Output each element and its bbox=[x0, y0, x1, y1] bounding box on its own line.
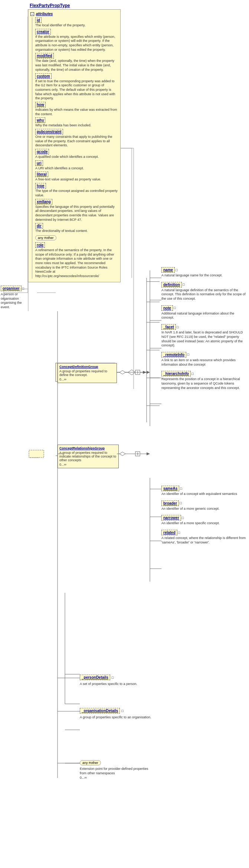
concept-name-elem[interactable]: name bbox=[161, 267, 175, 273]
definition-icon: □ bbox=[183, 283, 184, 286]
org-details-elem[interactable]: _organisationDetails bbox=[80, 708, 120, 714]
concept-related-desc: A related concept, where the relationshi… bbox=[161, 536, 247, 545]
attr-how-desc: Indicates by which means the value was e… bbox=[35, 108, 118, 116]
organiser-icon: □ bbox=[22, 287, 24, 290]
attributes-header: − attributes bbox=[30, 12, 118, 16]
concept-definition-group: ConceptDefinitionGroup A group of proper… bbox=[58, 363, 117, 383]
concept-note-desc: Additional natural language information … bbox=[161, 312, 247, 320]
org-details-desc-container: A group of properties specific to an org… bbox=[80, 715, 154, 720]
attr-modified-desc: The date (and, optionally, the time) whe… bbox=[35, 59, 118, 72]
concept-rel-group-title[interactable]: ConceptRelationshipsGroup bbox=[59, 446, 117, 450]
concept-rel-group-desc: A group of properties required to indica… bbox=[59, 451, 117, 462]
any-other-bottom: any #other Extension point for provider-… bbox=[80, 759, 154, 780]
any-other-pill: any #other bbox=[35, 235, 56, 240]
page-title: FlexPartyPropType bbox=[30, 3, 70, 8]
concept-hierarchyinfo-desc: Represents the position of a concept in … bbox=[161, 377, 247, 390]
concept-definition-elem[interactable]: definition bbox=[161, 282, 182, 287]
concept-facet-elem[interactable]: _facet bbox=[161, 324, 176, 330]
concept-rel-group-range: 0...∞ bbox=[59, 463, 117, 466]
attr-pubconstraint-name[interactable]: pubconstraint bbox=[35, 129, 63, 134]
concept-related-elem[interactable]: related bbox=[161, 530, 177, 535]
attr-custom-name[interactable]: custom bbox=[35, 73, 52, 79]
concept-broader-elem[interactable]: broader bbox=[161, 500, 179, 506]
attr-qcode-name[interactable]: qcode bbox=[35, 149, 49, 154]
person-details-icon: □ bbox=[112, 676, 114, 679]
person-details-row: _personDetails □ bbox=[80, 674, 154, 681]
attr-custom-desc: If set to true the corresponding propert… bbox=[35, 79, 118, 101]
concept-remoteinfo-elem[interactable]: _remoteInfo bbox=[161, 352, 186, 357]
svg-marker-7 bbox=[128, 370, 135, 375]
attr-xmllang-desc: Specifies the language of this property … bbox=[35, 205, 118, 222]
person-details-desc-container: A set of properties specific to a person… bbox=[80, 682, 154, 686]
concept-relationships-group: ConceptRelationshipsGroup A group of pro… bbox=[58, 445, 119, 468]
concept-note-elem[interactable]: note bbox=[161, 305, 173, 311]
person-details-elem[interactable]: _personDetails bbox=[80, 675, 110, 680]
main-attributes-box: − attributes id The local identifier of … bbox=[28, 9, 121, 282]
concept-definition-item: definition □ A natural language definiti… bbox=[161, 282, 247, 301]
attr-literal: literal A free-text value assigned as pr… bbox=[35, 172, 118, 182]
broader-icon: □ bbox=[180, 501, 181, 505]
page-container: FlexPartyPropType bbox=[0, 0, 249, 868]
any-other-bottom-pill: any #other bbox=[80, 760, 101, 765]
organiser-row: organiser □ bbox=[1, 285, 25, 292]
svg-marker-35 bbox=[147, 371, 150, 374]
attr-pubconstraint: pubconstraint One or many constraints th… bbox=[35, 129, 118, 148]
attr-type-desc: The type of the concept assigned as cont… bbox=[35, 189, 118, 197]
concept-remoteinfo-item: _remoteInfo □ A link to an item or a web… bbox=[161, 352, 247, 367]
attr-creator: creator If the attribute is empty, speci… bbox=[35, 29, 118, 52]
attr-dir: dir The directionality of textual conten… bbox=[35, 223, 118, 233]
concept-facet-desc: In NAR 1.8 and later, facet is deprecate… bbox=[161, 330, 247, 348]
any-other-range: 0...∞ bbox=[80, 776, 154, 780]
concept-def-group-desc: A group of properties required to define… bbox=[59, 369, 115, 377]
concept-name-item: name □ A natural language name for the c… bbox=[161, 267, 247, 278]
svg-marker-51 bbox=[147, 452, 150, 455]
attr-creator-name[interactable]: creator bbox=[35, 29, 51, 34]
concept-broader-item: broader □ An identifier of a more generi… bbox=[161, 500, 247, 511]
any-other-bottom-desc: Extension point for provider-defined pro… bbox=[80, 767, 154, 775]
attributes-label: attributes bbox=[36, 12, 53, 16]
concept-def-group-title[interactable]: ConceptDefinitionGroup bbox=[59, 365, 115, 369]
org-details-desc: A group of properties specific to an org… bbox=[80, 715, 154, 720]
attr-id: id The local identifier of the property. bbox=[35, 17, 118, 28]
org-details-icon: □ bbox=[121, 709, 123, 713]
attr-id-name[interactable]: id bbox=[35, 17, 42, 23]
sameas-icon: □ bbox=[180, 487, 182, 490]
attr-qcode: qcode A qualified code which identifies … bbox=[35, 149, 118, 159]
svg-rect-47 bbox=[135, 452, 140, 456]
attr-custom: custom If set to true the corresponding … bbox=[35, 73, 118, 101]
concept-related-item: related □ A related concept, where the r… bbox=[161, 529, 247, 545]
attr-uri: uri A URI which identifies a concept. bbox=[35, 160, 118, 171]
concept-sameas-elem[interactable]: sameAs bbox=[161, 486, 179, 491]
attr-uri-desc: A URI which identifies a concept. bbox=[35, 166, 118, 171]
attr-why-name[interactable]: why bbox=[35, 117, 45, 123]
connector-dash: ---- bbox=[30, 452, 39, 458]
attr-modified-name[interactable]: modified bbox=[35, 53, 54, 59]
facet-icon: □ bbox=[177, 325, 178, 329]
attr-role-name[interactable]: role bbox=[35, 242, 45, 248]
concept-broader-desc: An identifier of a more generic concept. bbox=[161, 507, 247, 511]
attr-how: how Indicates by which means the value w… bbox=[35, 102, 118, 116]
attr-uri-name[interactable]: uri bbox=[35, 160, 43, 166]
concept-hierarchyinfo-elem[interactable]: _hierarchyInfo bbox=[161, 371, 191, 376]
concept-hierarchyinfo-item: _hierarchyInfo □ Represents the position… bbox=[161, 370, 247, 390]
attr-literal-name[interactable]: literal bbox=[35, 172, 48, 177]
concept-narrower-elem[interactable]: narrower bbox=[161, 515, 181, 521]
concept-facet-item: _facet □ In NAR 1.8 and later, facet is … bbox=[161, 324, 247, 348]
collapse-icon[interactable]: − bbox=[30, 12, 34, 16]
organiser-section: organiser □ A person or organisation org… bbox=[1, 285, 25, 310]
name-icon: □ bbox=[176, 268, 177, 272]
attr-xmllang-name[interactable]: xmllang bbox=[35, 199, 52, 204]
attributes-list: id The local identifier of the property.… bbox=[32, 17, 118, 279]
attr-dir-desc: The directionality of textual content. bbox=[35, 229, 118, 233]
concept-sameas-item: sameAs □ An identifier of a concept with… bbox=[161, 485, 247, 496]
attr-xmllang: xmllang Specifies the language of this p… bbox=[35, 199, 118, 222]
attr-type-name[interactable]: type bbox=[35, 183, 46, 189]
attr-literal-desc: A free-text value assigned as property v… bbox=[35, 177, 118, 182]
attr-dir-name[interactable]: dir bbox=[35, 223, 43, 229]
svg-marker-29 bbox=[119, 370, 125, 374]
related-icon: □ bbox=[178, 531, 180, 535]
organiser-box[interactable]: organiser bbox=[1, 286, 22, 291]
attr-pubconstraint-desc: One or many constraints that apply to pu… bbox=[35, 135, 118, 148]
attr-creator-desc: If the attribute is empty, specifies whi… bbox=[35, 35, 118, 52]
attr-how-name[interactable]: how bbox=[35, 102, 46, 107]
